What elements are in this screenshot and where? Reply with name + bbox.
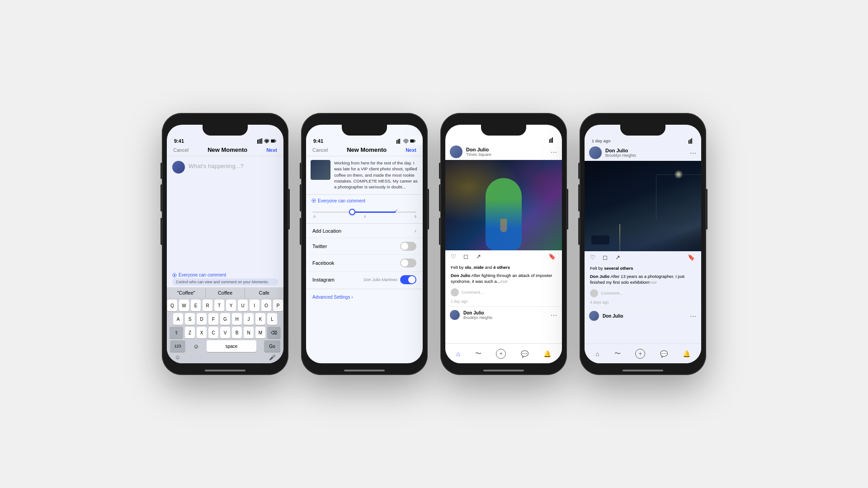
p2-slider-check: ✓ xyxy=(394,208,398,213)
autocomplete-item-2[interactable]: Cafe xyxy=(245,288,283,298)
key-123[interactable]: 123 xyxy=(170,340,185,352)
comment-icon[interactable]: ◻ xyxy=(463,253,472,261)
key-r[interactable]: R xyxy=(203,300,212,311)
p2-facebook-row: Facebook xyxy=(306,255,423,272)
share-icon[interactable]: ↗ xyxy=(476,253,484,261)
svg-rect-22 xyxy=(691,138,692,144)
p4-motorcycle xyxy=(591,235,609,244)
p4-post1-photo xyxy=(585,161,701,251)
key-z[interactable]: Z xyxy=(185,327,195,338)
p2-twitter-toggle[interactable] xyxy=(400,242,416,251)
key-shift[interactable]: ⇧ xyxy=(170,327,183,338)
key-t[interactable]: T xyxy=(214,300,224,311)
p2-facebook-toggle[interactable] xyxy=(400,258,416,267)
autocomplete-item-1[interactable]: Coffee xyxy=(206,288,245,298)
key-go[interactable]: Go xyxy=(264,340,280,352)
key-f[interactable]: F xyxy=(208,313,218,325)
p4-nav-home-icon[interactable]: ⌂ xyxy=(595,350,599,357)
p4-post1-more[interactable]: ··· xyxy=(690,149,697,156)
key-delete[interactable]: ⌫ xyxy=(267,327,281,338)
key-j[interactable]: J xyxy=(244,313,254,325)
p2-advanced-settings[interactable]: Advanced Settings › xyxy=(306,290,423,304)
nav-activity-icon[interactable]: 〜 xyxy=(475,350,481,358)
p2-instagram-toggle[interactable] xyxy=(400,275,416,284)
p2-instagram-label: Instagram xyxy=(312,277,335,282)
p3-left-actions: ♡ ◻ ↗ xyxy=(451,253,484,261)
p4-comment-icon[interactable]: ◻ xyxy=(603,254,611,262)
p4-nav-activity-icon[interactable]: 〜 xyxy=(614,350,621,358)
p4-comment-placeholder[interactable]: Comment... xyxy=(601,291,623,296)
key-d[interactable]: D xyxy=(197,313,207,325)
key-m[interactable]: M xyxy=(255,327,265,338)
p4-nav-messages-icon[interactable]: 💬 xyxy=(660,350,668,357)
key-e[interactable]: E xyxy=(191,300,201,311)
key-h[interactable]: H xyxy=(232,313,242,325)
key-p[interactable]: P xyxy=(273,300,283,311)
key-x[interactable]: X xyxy=(197,327,207,338)
p4-divider xyxy=(585,307,701,308)
p4-bridge-cables xyxy=(656,174,701,220)
key-i[interactable]: I xyxy=(250,300,259,311)
bookmark-icon[interactable]: 🔖 xyxy=(548,253,557,261)
p2-slider-fill xyxy=(349,211,396,213)
key-g[interactable]: G xyxy=(220,313,230,325)
key-space[interactable]: space xyxy=(207,340,256,352)
p2-slider-track[interactable]: ✓ xyxy=(312,211,416,213)
key-b[interactable]: B xyxy=(232,327,242,338)
phone-1-nav: Cancel New Momento Next xyxy=(167,145,283,156)
p4-post2-more[interactable]: ··· xyxy=(690,312,697,319)
p1-nav-title: New Momento xyxy=(208,146,247,153)
p2-cancel-button[interactable]: Cancel xyxy=(312,147,328,153)
p2-add-location-row[interactable]: Add Location › xyxy=(306,224,423,238)
p1-compose-input[interactable]: What's happening...? xyxy=(189,161,244,174)
p4-post2-info: Don Julio xyxy=(603,314,623,319)
svg-rect-5 xyxy=(271,140,275,142)
p4-nav-notifications-icon[interactable]: 🔔 xyxy=(683,350,690,357)
key-u[interactable]: U xyxy=(238,300,248,311)
key-k[interactable]: K xyxy=(255,313,265,325)
key-o[interactable]: O xyxy=(261,300,271,311)
p4-heart-icon[interactable]: ♡ xyxy=(590,254,598,262)
p4-comment-input[interactable]: Comment... xyxy=(585,287,701,299)
p3-post1-more[interactable]: ··· xyxy=(551,148,557,155)
p1-cancel-button[interactable]: Cancel xyxy=(173,147,189,153)
key-l[interactable]: L xyxy=(267,313,277,325)
svg-rect-21 xyxy=(690,139,691,144)
phone-3: Don Julio Times Square ··· ♡ ◻ ↗ 🔖 xyxy=(440,113,567,375)
mic-icon[interactable]: 🎤 xyxy=(269,354,276,361)
p3-comment-input[interactable]: Comment... xyxy=(445,286,562,298)
key-c[interactable]: C xyxy=(208,327,218,338)
svg-rect-2 xyxy=(260,139,261,144)
smiley-icon[interactable]: ☺ xyxy=(175,354,180,361)
p4-bookmark-icon[interactable]: 🔖 xyxy=(688,254,696,262)
p4-share-icon[interactable]: ↗ xyxy=(615,254,623,262)
p2-next-button[interactable]: Next xyxy=(406,147,416,153)
p3-comment-placeholder[interactable]: Comment... xyxy=(462,290,484,295)
nav-add-icon[interactable]: + xyxy=(496,349,506,359)
key-w[interactable]: W xyxy=(179,300,189,311)
p1-next-button[interactable]: Next xyxy=(266,147,277,153)
heart-icon[interactable]: ♡ xyxy=(451,253,459,261)
p4-more-link[interactable]: mor xyxy=(649,280,656,285)
autocomplete-item-0[interactable]: "Coffee" xyxy=(167,288,206,298)
phone-4-screen: 1 day ago Don Julio Brooklyn Heights ··· xyxy=(585,125,701,363)
emoji-icon[interactable]: ☺ xyxy=(193,343,199,350)
key-a[interactable]: A xyxy=(173,313,183,325)
p4-nav-add-icon[interactable]: + xyxy=(635,349,645,359)
key-q[interactable]: Q xyxy=(167,300,177,311)
nav-home-icon[interactable]: ⌂ xyxy=(456,350,460,357)
p3-post2-more[interactable]: ··· xyxy=(551,311,557,319)
key-n[interactable]: N xyxy=(244,327,254,338)
p2-comment-label: Everyone can comment xyxy=(318,198,365,203)
key-y[interactable]: Y xyxy=(226,300,236,311)
key-s[interactable]: S xyxy=(185,313,195,325)
more-link[interactable]: mor xyxy=(500,279,508,284)
p4-post1-avatar xyxy=(589,146,602,159)
p2-comment-row[interactable]: Everyone can comment xyxy=(306,196,423,206)
nav-notifications-icon[interactable]: 🔔 xyxy=(543,350,551,357)
phone-3-status-icons xyxy=(549,137,555,143)
nav-messages-icon[interactable]: 💬 xyxy=(521,350,528,357)
p2-post-text[interactable]: Working from here for the rest of the da… xyxy=(334,160,418,190)
p2-slider-thumb[interactable] xyxy=(349,209,355,215)
key-v[interactable]: V xyxy=(220,327,230,338)
